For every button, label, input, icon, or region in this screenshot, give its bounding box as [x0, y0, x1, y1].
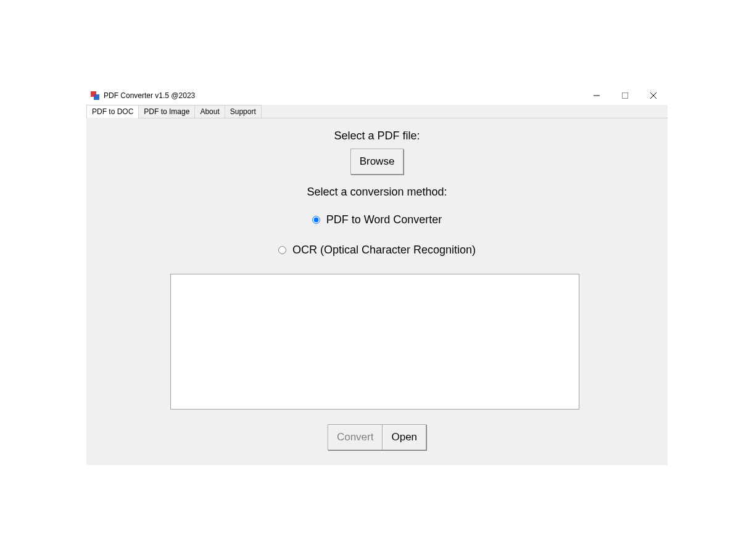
convert-button[interactable]: Convert: [328, 424, 383, 450]
radio-ocr-input[interactable]: [278, 246, 286, 254]
radio-ocr[interactable]: OCR (Optical Character Recognition): [278, 244, 476, 257]
browse-button[interactable]: Browse: [350, 149, 404, 175]
action-buttons: Convert Open: [328, 424, 426, 450]
window-title: PDF Converter v1.5 @2023: [104, 91, 582, 100]
output-textarea[interactable]: [170, 274, 579, 410]
titlebar: PDF Converter v1.5 @2023: [86, 86, 668, 105]
tab-strip: PDF to DOC PDF to Image About Support: [86, 105, 668, 118]
minimize-button[interactable]: [582, 86, 611, 105]
output-area-wrap: [170, 274, 584, 412]
app-icon: [90, 91, 100, 101]
svg-rect-4: [623, 93, 628, 99]
select-method-label: Select a conversion method:: [307, 186, 447, 199]
radio-pdf-to-word-input[interactable]: [312, 216, 320, 224]
tab-support[interactable]: Support: [225, 105, 262, 118]
window-controls: [582, 86, 668, 105]
maximize-button[interactable]: [611, 86, 639, 105]
main-panel: Select a PDF file: Browse Select a conve…: [86, 118, 668, 465]
radio-pdf-to-word-label: PDF to Word Converter: [326, 213, 442, 226]
radio-pdf-to-word[interactable]: PDF to Word Converter: [312, 213, 442, 226]
open-button[interactable]: Open: [382, 424, 426, 450]
tab-pdf-to-doc[interactable]: PDF to DOC: [86, 105, 139, 118]
tab-pdf-to-image[interactable]: PDF to Image: [138, 105, 195, 118]
radio-ocr-label: OCR (Optical Character Recognition): [292, 244, 476, 257]
app-window: PDF Converter v1.5 @2023 PDF to DOC PDF …: [86, 86, 668, 465]
tab-about[interactable]: About: [194, 105, 225, 118]
svg-rect-2: [94, 94, 96, 97]
close-button[interactable]: [639, 86, 668, 105]
select-file-label: Select a PDF file:: [334, 130, 420, 142]
